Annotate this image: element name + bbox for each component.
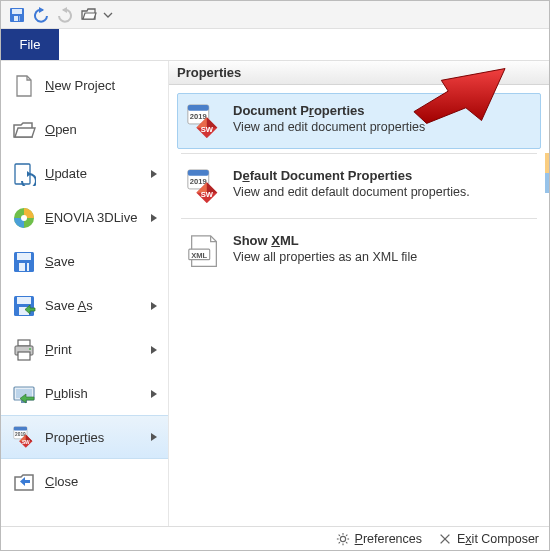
ball-icon [11, 205, 37, 231]
svg-text:2019: 2019 [190, 177, 207, 186]
doc-icon [11, 73, 37, 99]
panel-item-desc: View and edit document properties [233, 120, 533, 134]
properties-panel: Properties 2019SWDocument PropertiesView… [169, 61, 549, 528]
sw-icon: 2019SW [11, 424, 37, 450]
panel-item-default-document-properties[interactable]: 2019SWDefault Document PropertiesView an… [177, 158, 541, 214]
submenu-arrow-icon [150, 346, 158, 354]
svg-rect-10 [25, 263, 27, 271]
panel-item-desc: View and edit default document propertie… [233, 185, 533, 199]
update-icon [11, 161, 37, 187]
svg-point-6 [21, 215, 27, 221]
svg-rect-1 [12, 9, 22, 14]
menu-item-close[interactable]: Close [1, 459, 168, 503]
menu-item-open[interactable]: Open [1, 107, 168, 151]
svg-rect-12 [17, 297, 31, 304]
submenu-arrow-icon [150, 390, 158, 398]
submenu-arrow-icon [150, 433, 158, 441]
menu-item-properties[interactable]: 2019SWProperties [1, 415, 168, 459]
svg-text:SW: SW [201, 189, 214, 198]
menu-item-label: Update [45, 166, 142, 181]
open-folder-icon[interactable] [79, 5, 99, 25]
status-bar: Preferences Exit Composer [1, 526, 549, 550]
svg-line-41 [346, 542, 347, 543]
panel-item-title: Show XML [233, 233, 533, 248]
save-icon [11, 249, 37, 275]
svg-rect-30 [188, 170, 209, 176]
chevron-down-icon[interactable] [103, 5, 113, 25]
panel-item-document-properties[interactable]: 2019SWDocument PropertiesView and edit d… [177, 93, 541, 149]
svg-rect-26 [188, 105, 209, 111]
xml-icon: XML [185, 233, 223, 269]
publish-icon [11, 381, 37, 407]
menu-item-label: Save As [45, 298, 142, 313]
menu-item-print[interactable]: Print [1, 327, 168, 371]
panel-item-desc: View all properties as an XML file [233, 250, 533, 264]
svg-rect-22 [14, 427, 27, 431]
svg-rect-16 [18, 352, 30, 360]
menu-item-save[interactable]: Save [1, 239, 168, 283]
svg-line-40 [338, 534, 339, 535]
exit-link[interactable]: Exit Composer [438, 532, 539, 546]
svg-point-35 [340, 536, 345, 541]
preferences-link[interactable]: Preferences [336, 532, 422, 546]
menu-item-publish[interactable]: Publish [1, 371, 168, 415]
panel-header: Properties [169, 61, 549, 85]
svg-line-43 [346, 534, 347, 535]
file-menu: New ProjectOpenUpdateENOVIA 3DLiveSaveSa… [1, 61, 169, 528]
menu-item-label: ENOVIA 3DLive [45, 210, 142, 225]
menu-item-label: Publish [45, 386, 142, 401]
menu-item-enovia-3dlive[interactable]: ENOVIA 3DLive [1, 195, 168, 239]
svg-rect-9 [19, 263, 29, 271]
panel-separator [181, 153, 537, 154]
sw-icon: 2019SW [185, 103, 223, 139]
close-icon [11, 469, 37, 495]
menu-item-update[interactable]: Update [1, 151, 168, 195]
menu-item-label: Properties [45, 430, 142, 445]
svg-text:XML: XML [191, 251, 207, 260]
svg-text:SW: SW [201, 124, 214, 133]
svg-text:SW: SW [22, 440, 30, 445]
panel-separator [181, 218, 537, 219]
svg-rect-8 [17, 253, 31, 260]
menu-item-label: Save [45, 254, 164, 269]
menu-item-save-as[interactable]: Save As [1, 283, 168, 327]
svg-rect-3 [18, 16, 20, 21]
open-icon [11, 117, 37, 143]
menu-item-label: Open [45, 122, 164, 137]
panel-item-title: Default Document Properties [233, 168, 533, 183]
submenu-arrow-icon [150, 170, 158, 178]
undo-icon[interactable] [31, 5, 51, 25]
save-icon[interactable] [7, 5, 27, 25]
edge-peek [545, 153, 549, 193]
file-tab[interactable]: File [1, 29, 59, 60]
print-icon [11, 337, 37, 363]
svg-line-42 [338, 542, 339, 543]
menu-item-label: New Project [45, 78, 164, 93]
top-toolbar [1, 1, 549, 29]
svg-point-17 [29, 348, 31, 350]
redo-icon [55, 5, 75, 25]
submenu-arrow-icon [150, 302, 158, 310]
submenu-arrow-icon [150, 214, 158, 222]
tab-row: File [1, 29, 549, 61]
menu-item-new-project[interactable]: New Project [1, 63, 168, 107]
saveas-icon [11, 293, 37, 319]
svg-text:2019: 2019 [190, 112, 207, 121]
panel-item-title: Document Properties [233, 103, 533, 118]
menu-item-label: Close [45, 474, 164, 489]
sw-icon: 2019SW [185, 168, 223, 204]
svg-rect-14 [18, 340, 30, 346]
panel-item-show-xml[interactable]: XMLShow XMLView all properties as an XML… [177, 223, 541, 279]
menu-item-label: Print [45, 342, 142, 357]
